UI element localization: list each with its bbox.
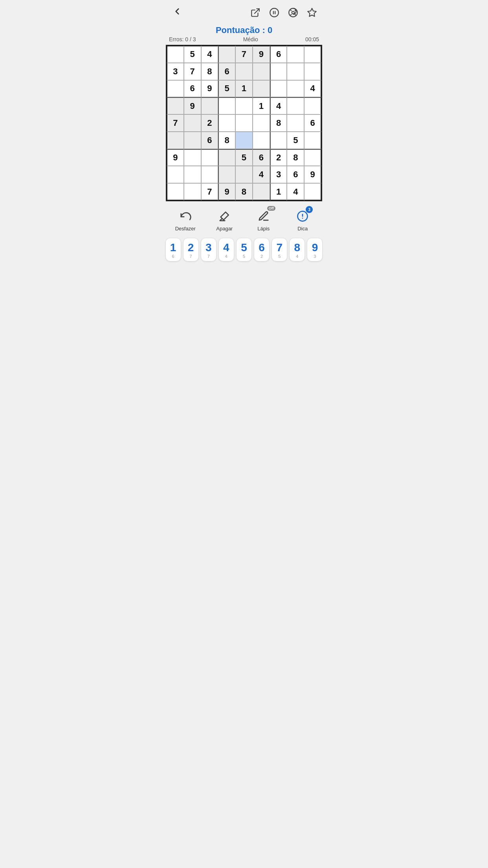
numpad-9-button[interactable]: 93 <box>307 238 323 261</box>
cell[interactable]: 8 <box>201 63 218 80</box>
cell[interactable]: 9 <box>304 166 321 183</box>
cell[interactable] <box>270 132 287 149</box>
cell[interactable] <box>304 97 321 114</box>
cell[interactable] <box>235 97 253 114</box>
cell[interactable]: 3 <box>167 63 184 80</box>
cell[interactable] <box>218 166 235 183</box>
cell[interactable] <box>218 46 235 63</box>
cell[interactable]: 6 <box>270 46 287 63</box>
cell[interactable]: 9 <box>218 183 235 200</box>
cell[interactable]: 9 <box>167 149 184 166</box>
cell[interactable]: 9 <box>184 97 201 114</box>
cell[interactable] <box>184 132 201 149</box>
cell[interactable] <box>253 183 270 200</box>
cell[interactable] <box>304 132 321 149</box>
cell[interactable] <box>304 149 321 166</box>
cell[interactable] <box>253 114 270 132</box>
hint-button[interactable]: 3 Dica <box>289 208 316 232</box>
cell[interactable]: 6 <box>201 132 218 149</box>
cell[interactable] <box>287 97 304 114</box>
cell[interactable] <box>167 97 184 114</box>
cell[interactable]: 1 <box>270 183 287 200</box>
cell[interactable] <box>184 183 201 200</box>
cell[interactable] <box>287 114 304 132</box>
cell[interactable]: 1 <box>253 97 270 114</box>
cell[interactable]: 7 <box>235 46 253 63</box>
settings-icon[interactable] <box>305 6 319 20</box>
cell[interactable] <box>304 46 321 63</box>
cell[interactable]: 7 <box>167 114 184 132</box>
pencil-button[interactable]: Off Lápis <box>250 208 277 232</box>
cell[interactable] <box>235 166 253 183</box>
cell[interactable] <box>253 132 270 149</box>
cell[interactable]: 6 <box>184 80 201 97</box>
cell[interactable]: 4 <box>270 97 287 114</box>
cell[interactable] <box>287 80 304 97</box>
cell[interactable] <box>253 80 270 97</box>
numpad-4-button[interactable]: 44 <box>218 238 234 261</box>
numpad-3-button[interactable]: 37 <box>201 238 216 261</box>
cell[interactable] <box>184 149 201 166</box>
cell[interactable]: 8 <box>287 149 304 166</box>
cell[interactable] <box>184 114 201 132</box>
cell[interactable]: 5 <box>287 132 304 149</box>
cell[interactable]: 9 <box>253 46 270 63</box>
share-icon[interactable] <box>248 6 262 20</box>
cell[interactable]: 4 <box>201 46 218 63</box>
cell[interactable]: 7 <box>201 183 218 200</box>
cell[interactable] <box>287 46 304 63</box>
erase-button[interactable]: Apagar <box>211 208 238 232</box>
numpad-5-button[interactable]: 55 <box>236 238 252 261</box>
numpad-6-button[interactable]: 62 <box>254 238 270 261</box>
cell[interactable]: 5 <box>235 149 253 166</box>
cell[interactable] <box>235 63 253 80</box>
cell[interactable] <box>218 97 235 114</box>
cell[interactable]: 6 <box>287 166 304 183</box>
cell[interactable] <box>235 132 253 149</box>
cell[interactable]: 1 <box>235 80 253 97</box>
cell[interactable] <box>304 63 321 80</box>
cell[interactable]: 4 <box>253 166 270 183</box>
cell[interactable] <box>287 63 304 80</box>
cell[interactable] <box>201 97 218 114</box>
cell[interactable]: 8 <box>218 132 235 149</box>
cell[interactable]: 6 <box>218 63 235 80</box>
theme-icon[interactable] <box>286 6 300 20</box>
cell[interactable]: 8 <box>270 114 287 132</box>
undo-button[interactable]: Desfazer <box>172 208 199 232</box>
cell[interactable] <box>270 63 287 80</box>
cell[interactable]: 4 <box>287 183 304 200</box>
cell[interactable]: 4 <box>304 80 321 97</box>
cell[interactable]: 9 <box>201 80 218 97</box>
cell[interactable]: 3 <box>270 166 287 183</box>
cell[interactable]: 8 <box>235 183 253 200</box>
cell[interactable] <box>167 46 184 63</box>
cell[interactable] <box>167 132 184 149</box>
cell[interactable] <box>270 80 287 97</box>
back-button[interactable] <box>169 5 185 20</box>
cell[interactable]: 5 <box>184 46 201 63</box>
numpad-7-button[interactable]: 75 <box>272 238 287 261</box>
cell[interactable]: 6 <box>253 149 270 166</box>
cell[interactable] <box>167 166 184 183</box>
cell[interactable] <box>253 63 270 80</box>
numpad-2-button[interactable]: 27 <box>183 238 199 261</box>
cell[interactable] <box>304 183 321 200</box>
cell[interactable]: 7 <box>184 63 201 80</box>
cell[interactable]: 2 <box>201 114 218 132</box>
cell[interactable] <box>218 114 235 132</box>
cell[interactable] <box>184 166 201 183</box>
cell[interactable] <box>167 80 184 97</box>
cell[interactable]: 6 <box>304 114 321 132</box>
pause-icon[interactable] <box>267 6 281 20</box>
cell[interactable]: 2 <box>270 149 287 166</box>
cell[interactable] <box>218 149 235 166</box>
sudoku-grid[interactable]: 54796378669514914728668595628436979814 <box>166 45 322 201</box>
cell[interactable]: 5 <box>218 80 235 97</box>
cell[interactable] <box>235 114 253 132</box>
cell[interactable] <box>201 149 218 166</box>
numpad-1-button[interactable]: 16 <box>165 238 181 261</box>
cell[interactable] <box>167 183 184 200</box>
cell[interactable] <box>201 166 218 183</box>
numpad-8-button[interactable]: 84 <box>289 238 305 261</box>
